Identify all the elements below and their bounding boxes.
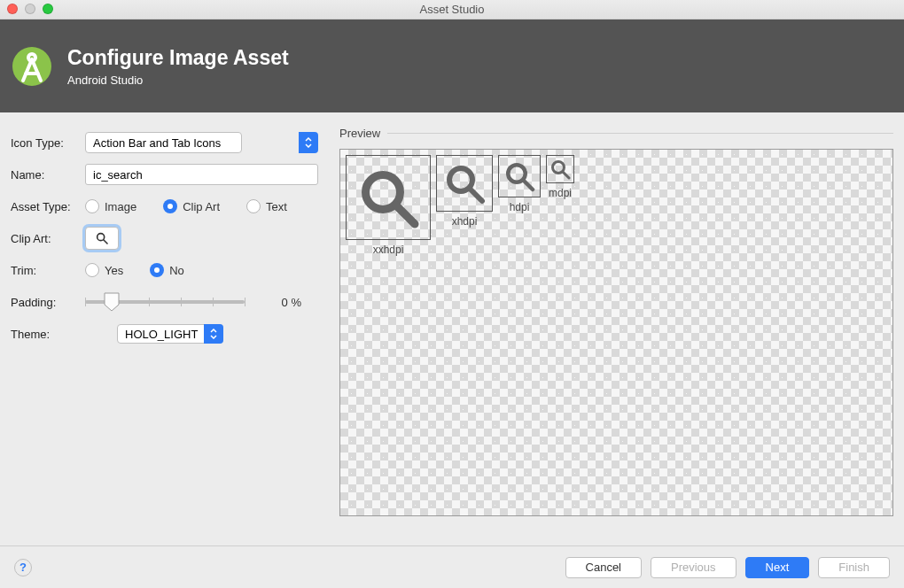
minimize-window-button	[25, 4, 35, 14]
preview-canvas: xxhdpi xhdpi hdpi mdpi	[339, 149, 893, 516]
zoom-window-button[interactable]	[43, 4, 53, 14]
config-form: Icon Type: Action Bar and Tab Icons Name…	[11, 127, 334, 545]
clipart-picker-button[interactable]	[85, 227, 119, 250]
preview-item-label: mdpi	[546, 187, 574, 199]
preview-box	[436, 155, 493, 212]
preview-box	[498, 155, 541, 197]
next-button[interactable]: Next	[745, 557, 810, 578]
slider-thumb-icon	[104, 292, 120, 312]
footer: ? Cancel Previous Next Finish	[0, 545, 904, 588]
trim-no-label: No	[169, 264, 184, 277]
close-window-button[interactable]	[7, 4, 18, 14]
icon-type-label: Icon Type:	[11, 136, 85, 150]
asset-type-label: Asset Type:	[11, 200, 85, 213]
asset-type-clipart-radio[interactable]: Clip Art	[163, 199, 220, 213]
window-controls	[7, 4, 53, 14]
theme-select[interactable]: HOLO_LIGHT	[117, 324, 223, 344]
asset-type-image-label: Image	[105, 200, 136, 213]
preview-box	[546, 155, 574, 183]
asset-type-text-radio[interactable]: Text	[246, 199, 287, 213]
trim-yes-radio[interactable]: Yes	[85, 263, 123, 277]
svg-line-5	[396, 205, 415, 224]
page-subtitle: Android Studio	[67, 74, 289, 87]
name-input[interactable]	[85, 164, 318, 185]
help-button[interactable]: ?	[14, 559, 32, 576]
svg-line-7	[470, 189, 482, 201]
preview-item-hdpi: hdpi	[498, 155, 541, 213]
name-label: Name:	[11, 168, 85, 182]
window-title: Asset Studio	[420, 3, 485, 16]
chevron-updown-icon	[299, 132, 318, 153]
preview-item-label: xhdpi	[436, 215, 493, 228]
svg-line-9	[524, 181, 534, 190]
preview-item-mdpi: mdpi	[546, 155, 574, 199]
asset-type-text-label: Text	[266, 200, 287, 213]
preview-box	[346, 155, 431, 240]
preview-item-xhdpi: xhdpi	[436, 155, 493, 228]
search-icon	[549, 159, 571, 180]
divider	[387, 133, 893, 134]
theme-label: Theme:	[11, 328, 117, 341]
search-icon	[95, 231, 109, 245]
banner: Configure Image Asset Android Studio	[0, 19, 904, 112]
padding-label: Padding:	[11, 296, 85, 309]
svg-line-11	[563, 172, 569, 178]
search-icon	[443, 162, 486, 205]
padding-value: 0 %	[269, 296, 301, 309]
svg-line-3	[104, 240, 107, 244]
asset-type-image-radio[interactable]: Image	[85, 199, 136, 213]
clipart-label: Clip Art:	[11, 232, 85, 245]
trim-label: Trim:	[11, 264, 85, 277]
icon-type-select[interactable]: Action Bar and Tab Icons	[85, 132, 242, 153]
preview-item-xxhdpi: xxhdpi	[346, 155, 431, 256]
trim-no-radio[interactable]: No	[150, 263, 184, 277]
trim-yes-label: Yes	[105, 264, 123, 277]
cancel-button[interactable]: Cancel	[565, 557, 642, 578]
titlebar: Asset Studio	[0, 0, 904, 19]
padding-slider[interactable]	[85, 291, 245, 313]
previous-button[interactable]: Previous	[651, 557, 736, 578]
preview-item-label: xxhdpi	[346, 244, 431, 256]
preview-item-label: hdpi	[498, 201, 541, 213]
asset-type-clipart-label: Clip Art	[183, 200, 220, 213]
android-studio-icon	[11, 45, 53, 88]
search-icon	[503, 160, 535, 192]
finish-button[interactable]: Finish	[818, 557, 890, 578]
search-icon	[356, 166, 420, 229]
page-title: Configure Image Asset	[67, 46, 289, 70]
preview-label: Preview	[339, 127, 380, 140]
